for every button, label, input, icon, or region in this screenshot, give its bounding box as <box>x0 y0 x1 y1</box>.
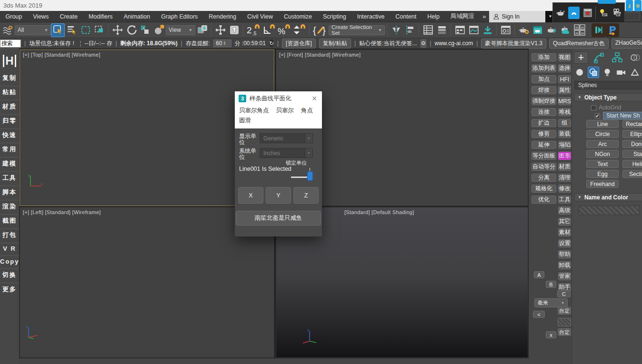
axis-button[interactable]: Y <box>266 187 291 204</box>
shape-button[interactable]: Freehand <box>586 180 619 188</box>
quick-render-icon[interactable] <box>544 23 558 37</box>
hatched-button[interactable] <box>558 318 571 326</box>
close-x-button[interactable]: x <box>546 331 556 338</box>
sidebar-item[interactable]: 复制 <box>0 72 19 84</box>
script-button[interactable]: 塌陷 <box>558 141 571 149</box>
menu-item[interactable]: Interactive <box>351 11 390 22</box>
script-button[interactable]: 焊接 <box>532 86 556 94</box>
sidebar-item[interactable]: 材质 <box>0 100 19 112</box>
script-button[interactable]: 等分面板 <box>532 152 556 160</box>
minimize-ribbon-icon[interactable] <box>481 23 494 37</box>
tab-create[interactable]: + <box>574 51 588 64</box>
viewport-perspective-label[interactable]: [Standard] [Default Shading] <box>344 209 414 215</box>
sidebar-item[interactable]: 工具 <box>0 171 19 184</box>
sidebar-item[interactable]: 打包 <box>0 228 19 241</box>
edit-named-sets-icon[interactable]: {} <box>311 23 329 37</box>
percent-snap-icon[interactable]: % <box>277 23 292 37</box>
shape-button[interactable]: Ellipse <box>622 130 642 138</box>
script-button[interactable]: 管家 <box>558 272 571 280</box>
script-tab[interactable]: 豪哥脚本批量渲染V1.3 <box>481 39 546 49</box>
shape-button[interactable]: Circle <box>586 130 619 138</box>
autogrid-checkbox[interactable]: ✔ <box>591 105 596 110</box>
menu-overflow-chevron[interactable]: » <box>480 13 489 20</box>
tab-modify[interactable] <box>592 51 606 64</box>
script-button[interactable]: 素材 <box>558 228 571 236</box>
system-unit-dropdown[interactable]: Inches▼ <box>260 148 313 158</box>
script-button[interactable]: 修改 <box>558 185 571 193</box>
menu-item[interactable]: Help <box>422 11 445 22</box>
script-button[interactable]: 堆栈 <box>558 108 571 116</box>
layer-explorer-icon[interactable] <box>435 23 449 37</box>
keyboard-override-icon[interactable] <box>227 23 241 37</box>
axis-button[interactable]: X <box>238 187 263 204</box>
sidebar-item[interactable]: 建模 <box>0 157 19 169</box>
key-icon[interactable]: ⚷ <box>626 0 633 11</box>
float-a-button[interactable]: A <box>534 271 544 278</box>
script-button[interactable]: MRS <box>558 97 571 105</box>
sidebar-item[interactable]: 更多 <box>0 283 19 295</box>
script-button[interactable]: 装载 <box>558 130 571 138</box>
script-button[interactable]: 加点 <box>532 75 556 83</box>
scene-explorer-icon[interactable] <box>421 23 435 37</box>
category-shapes-icon[interactable] <box>588 67 599 78</box>
reminder-minutes[interactable]: 60▲▼ <box>213 39 231 47</box>
menu-item[interactable]: Animation <box>118 11 156 22</box>
object-type-rollout[interactable]: ▼ Object Type <box>574 93 642 101</box>
script-button[interactable]: 工具 <box>558 196 571 204</box>
autogrid-control[interactable]: ✔ AutoGrid <box>591 104 621 111</box>
curve-editor-icon[interactable] <box>467 23 481 37</box>
script-button[interactable]: 优化 <box>532 196 556 204</box>
website-link[interactable]: www.cg-ai.com <box>434 40 473 47</box>
rectangular-region-icon[interactable] <box>79 23 92 37</box>
ribbon-toggle-icon[interactable] <box>453 23 467 37</box>
script-button[interactable]: 卸载 <box>558 261 571 269</box>
menu-item[interactable]: Group <box>0 11 28 22</box>
start-new-shape-checkbox[interactable]: ✔ <box>595 113 600 118</box>
script-button[interactable]: 高级 <box>558 207 571 215</box>
shape-button[interactable]: Star <box>622 150 642 158</box>
asset-repo-button[interactable]: [资源仓库] <box>282 39 316 49</box>
cloud-render-icon[interactable] <box>558 23 572 37</box>
spinner-snap-icon[interactable] <box>292 23 307 37</box>
category-helpers-icon[interactable] <box>629 67 641 78</box>
script-button[interactable]: 规格化 <box>532 185 556 193</box>
named-sets-combo[interactable]: Create Selection Set▼ <box>329 25 385 35</box>
close-icon[interactable]: ✕ <box>311 95 318 102</box>
script-button[interactable]: 分离 <box>532 174 556 182</box>
refresh-icon[interactable]: ↻ <box>269 39 274 47</box>
script-button[interactable]: 强制焊接 <box>532 97 556 105</box>
script-button[interactable]: 材质 <box>558 163 571 171</box>
script-button[interactable]: 自动等分 <box>532 163 556 171</box>
category-cameras-icon[interactable] <box>615 67 627 78</box>
script-button[interactable]: 其它 <box>558 217 571 226</box>
script-button[interactable]: 图形 <box>558 152 571 160</box>
rotate-icon[interactable] <box>124 23 138 37</box>
script-button[interactable]: 添加列表 <box>532 64 556 72</box>
select-object-icon[interactable] <box>51 23 65 37</box>
sidebar-item[interactable]: 归零 <box>0 114 19 127</box>
sign-in-button[interactable]: Sign In <box>489 11 545 22</box>
shape-button[interactable]: Arc <box>586 140 619 148</box>
search-input[interactable] <box>0 39 21 48</box>
shape-button[interactable]: Egg <box>586 170 619 178</box>
dialog-titlebar[interactable]: 3 样条曲线平面化 ✕ <box>235 91 322 106</box>
angle-snap-icon[interactable] <box>261 23 277 37</box>
custom-button-2[interactable]: 自定 <box>558 328 571 336</box>
object-name-field[interactable] <box>579 206 640 215</box>
render-setup-window-icon[interactable] <box>499 23 512 37</box>
float-c-button[interactable]: C <box>557 290 571 297</box>
script-button[interactable]: 修剪 <box>532 130 556 138</box>
sidebar-item[interactable]: 常用 <box>0 143 19 155</box>
script-tab[interactable]: QuadRemesher古色 <box>549 39 609 49</box>
use-pivot-icon[interactable] <box>195 23 209 37</box>
script-button[interactable]: 添加 <box>532 53 556 61</box>
script-button[interactable]: 连接 <box>532 108 556 116</box>
h-logo-icon[interactable]: H <box>3 55 16 67</box>
tab-motion[interactable] <box>628 51 642 64</box>
script-button[interactable]: 属性 <box>558 86 571 94</box>
render-preview-icon[interactable] <box>582 7 593 19</box>
lightbulb-panel-icon[interactable] <box>598 7 609 19</box>
shape-button[interactable]: Helix <box>622 160 642 168</box>
sidebar-item[interactable]: 快速 <box>0 128 19 141</box>
plugin-p-icon[interactable] <box>605 23 619 37</box>
